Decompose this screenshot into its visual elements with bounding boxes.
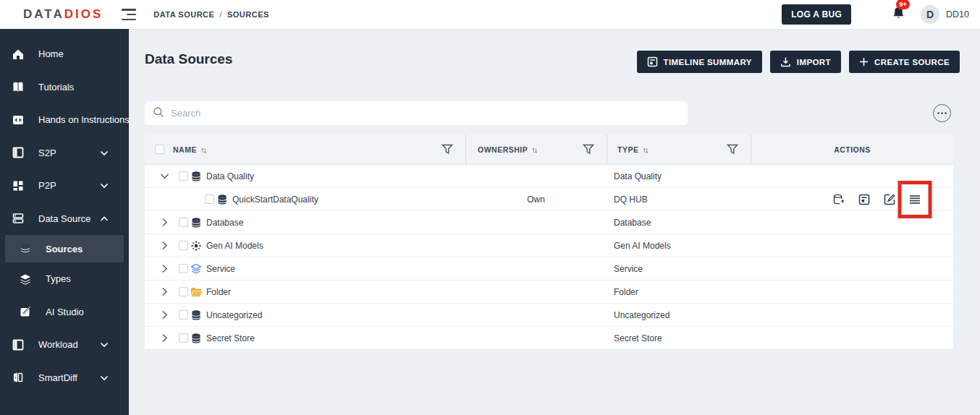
table-row[interactable]: Secret Store Secret Store (145, 327, 953, 350)
row-name-label: Service (206, 264, 235, 274)
column-header-type[interactable]: TYPE↑↓ (607, 134, 751, 164)
home-icon (12, 48, 25, 61)
breadcrumb-separator: / (219, 10, 222, 19)
row-checkbox[interactable] (179, 218, 188, 227)
main-content: Data Sources TIMELINE SUMMARYIMPORTCREAT… (129, 29, 980, 415)
database-icon (190, 309, 203, 321)
table-row[interactable]: Uncategorized Uncategorized (145, 304, 953, 327)
summary-icon[interactable] (858, 193, 871, 206)
sidebar-collapse-icon[interactable] (122, 9, 136, 20)
sort-icon[interactable]: ↑↓ (642, 145, 647, 154)
chevron-right-icon[interactable] (159, 241, 169, 250)
row-type: Service (607, 257, 751, 280)
table-row[interactable]: Gen AI Models Gen AI Models (145, 234, 953, 257)
column-header-ownership[interactable]: OWNERSHIP↑↓ (465, 134, 607, 164)
search-input[interactable] (171, 108, 680, 119)
row-ownership (465, 257, 607, 280)
table-row[interactable]: Data Quality Data Quality (145, 165, 953, 188)
column-label: OWNERSHIP (478, 145, 528, 154)
row-checkbox[interactable] (179, 310, 188, 320)
header-actions: TIMELINE SUMMARYIMPORTCREATE SOURCE (637, 51, 960, 73)
row-name-label: Database (206, 218, 243, 228)
column-header-name[interactable]: NAME↑↓ (145, 134, 465, 164)
ai-icon (190, 240, 203, 252)
sort-icon[interactable]: ↑↓ (531, 145, 536, 154)
breadcrumb-page[interactable]: SOURCES (227, 10, 269, 19)
row-checkbox[interactable] (179, 264, 188, 273)
app-logo: DATADIOS (23, 7, 103, 22)
sidebar-item-tutorials[interactable]: Tutorials (0, 71, 129, 104)
chevron-down-icon (100, 372, 109, 383)
chevron-right-icon[interactable] (159, 310, 169, 320)
row-actions (832, 188, 921, 211)
database-icon (216, 194, 229, 205)
sidebar-item-types[interactable]: Types (0, 262, 129, 296)
sidebar-item-ai-studio[interactable]: AI Studio (0, 296, 129, 329)
database-icon (190, 333, 203, 344)
row-checkbox[interactable] (179, 333, 188, 343)
sidebar-item-workload[interactable]: Workload (0, 328, 129, 361)
select-all-checkbox[interactable] (155, 145, 164, 154)
menu-icon[interactable] (908, 193, 921, 206)
table-row[interactable]: Service Service (145, 257, 953, 281)
import-button[interactable]: IMPORT (770, 51, 841, 73)
book-icon (12, 80, 25, 93)
row-checkbox[interactable] (179, 287, 188, 296)
filter-icon[interactable] (442, 144, 453, 156)
add-database-icon[interactable] (832, 193, 845, 206)
breadcrumb-section[interactable]: DATA SOURCE (153, 10, 214, 19)
table-row[interactable]: QuickStartDataQuality Own DQ HUB (145, 188, 953, 211)
chevron-right-icon[interactable] (159, 264, 169, 273)
row-ownership (465, 304, 607, 326)
timeline-summary-button[interactable]: TIMELINE SUMMARY (637, 51, 762, 73)
more-options-button[interactable] (933, 104, 951, 122)
breadcrumb: DATA SOURCE / SOURCES (153, 10, 269, 19)
layers-blue-icon (190, 263, 203, 275)
chevron-down-icon (100, 180, 109, 191)
grid-icon (12, 179, 25, 192)
avatar[interactable]: D (921, 5, 939, 24)
sidebar-item-sources[interactable]: Sources (5, 235, 124, 262)
sidebar-item-s2p[interactable]: S2P (0, 137, 129, 170)
sort-icon[interactable]: ↑↓ (200, 145, 206, 154)
edit-square-icon[interactable] (883, 193, 896, 206)
search-icon (153, 106, 164, 121)
table-row[interactable]: Database Database (145, 211, 953, 234)
sidebar-item-p2p[interactable]: P2P (0, 169, 129, 202)
chevron-down-icon (100, 339, 109, 350)
chevron-down-icon[interactable] (159, 173, 169, 179)
layers-icon (19, 273, 32, 286)
row-type: Data Quality (607, 165, 751, 187)
row-name-label: Folder (206, 287, 231, 297)
row-checkbox[interactable] (179, 171, 188, 181)
log-a-bug-button[interactable]: LOG A BUG (782, 4, 851, 25)
chevron-right-icon[interactable] (159, 218, 169, 227)
row-ownership: Own (465, 188, 607, 210)
ellipsis-icon (937, 112, 947, 114)
table-row[interactable]: Folder Folder (145, 281, 953, 304)
sidebar-item-smartdiff[interactable]: SmartDiff (0, 361, 129, 395)
button-label: CREATE SOURCE (874, 58, 950, 67)
chevron-right-icon[interactable] (159, 287, 169, 296)
diff-icon (12, 371, 25, 384)
row-type: Uncategorized (607, 304, 751, 326)
filter-icon[interactable] (583, 144, 594, 156)
row-type: Gen AI Models (607, 234, 751, 257)
chevron-down-icon (100, 147, 109, 158)
create-source-button[interactable]: CREATE SOURCE (849, 51, 960, 73)
row-ownership (465, 327, 607, 349)
chevron-right-icon[interactable] (159, 333, 169, 343)
import-icon (780, 56, 791, 67)
logo-text-data: DATA (23, 7, 64, 22)
row-checkbox[interactable] (179, 241, 188, 250)
search-bar (145, 101, 688, 125)
sidebar-item-hands-on-instructions[interactable]: Hands on Instructions (0, 103, 129, 137)
layout-icon (12, 338, 25, 351)
username-label[interactable]: DD10 (946, 9, 969, 20)
sidebar-item-data-source[interactable]: Data Source (0, 202, 129, 236)
sidebar-item-home[interactable]: Home (0, 38, 129, 71)
filter-icon[interactable] (727, 144, 738, 156)
edit-icon (19, 305, 32, 318)
notifications-button[interactable]: 9+ (892, 6, 905, 23)
row-checkbox[interactable] (205, 194, 214, 204)
